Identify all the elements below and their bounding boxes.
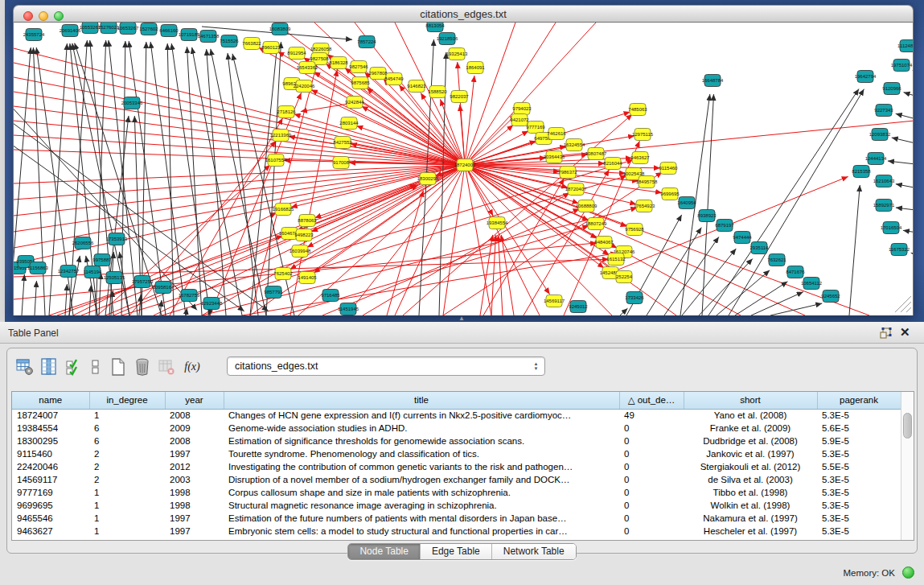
table-scrollbar[interactable] xyxy=(901,392,914,540)
column-header-year[interactable]: year xyxy=(165,392,224,409)
table-cell: 0 xyxy=(619,499,684,512)
table-row[interactable]: 977716911998Corpus callosum shape and si… xyxy=(12,486,901,499)
table-cell: 0 xyxy=(619,435,684,447)
graph-edge xyxy=(702,94,714,315)
network-view[interactable]: 1872400724355724206914061055326715276021… xyxy=(13,23,914,315)
table-cell: 1997 xyxy=(165,525,224,538)
graph-node-label: 9245012 xyxy=(569,304,588,309)
table-cell: 5.3E-5 xyxy=(817,499,901,512)
split-pane-handle[interactable]: ▲ xyxy=(455,315,468,322)
graph-edge xyxy=(620,308,627,315)
graph-node-label: 19642794 xyxy=(855,74,877,79)
window-resize-grip[interactable] xyxy=(895,296,911,312)
graph-node-label: 9146821 xyxy=(407,84,426,89)
table-cell: 2 xyxy=(89,460,165,473)
table-select-value: citations_edges.txt xyxy=(235,360,318,372)
graph-node-label: 9115460 xyxy=(659,166,679,171)
graph-node-label: 7485063 xyxy=(628,107,647,112)
table-cell: Estimation of the future numbers of pati… xyxy=(224,512,619,525)
table-settings-button[interactable] xyxy=(14,356,35,378)
table-cell: Tibbo et al. (1998) xyxy=(684,486,817,499)
select-all-button[interactable] xyxy=(63,356,84,378)
table-row[interactable]: 969969511998Structural magnetic resonanc… xyxy=(12,499,901,512)
node-table-grid: namein_degreeyeartitle△ out_de…shortpage… xyxy=(12,392,901,538)
graph-node-label: 7462616 xyxy=(547,131,566,136)
table-cell: Tourette syndrome. Phenomenology and cla… xyxy=(224,447,619,460)
graph-node-label: 1588520 xyxy=(428,89,447,94)
graph-edge xyxy=(33,47,45,315)
table-row[interactable]: 2242004622012Investigating the contribut… xyxy=(12,460,901,473)
function-builder-button[interactable]: f(x) xyxy=(182,356,203,378)
show-columns-button[interactable] xyxy=(39,356,60,378)
table-cell: Corpus callosum shape and size in male p… xyxy=(224,486,619,499)
graph-node-label: 16210643 xyxy=(873,179,895,183)
graph-node-label: 18807249 xyxy=(585,221,607,226)
table-cell: 5.3E-5 xyxy=(817,525,901,538)
graph-node-label: 16107554 xyxy=(265,158,287,163)
table-row[interactable]: 1938455462009Genome-wide association stu… xyxy=(12,422,901,435)
graph-edge xyxy=(729,89,864,315)
table-row[interactable]: 946554611997Estimation of the future num… xyxy=(12,512,901,525)
table-cell: 9463627 xyxy=(12,525,89,538)
graph-node-label: 17353913 xyxy=(106,237,128,241)
column-header-short[interactable]: short xyxy=(684,392,817,409)
close-panel-icon[interactable]: ✕ xyxy=(900,325,913,340)
table-select-dropdown[interactable]: citations_edges.txt ▲▼ xyxy=(227,356,545,376)
table-cell: 0 xyxy=(619,447,684,460)
table-row[interactable]: 1872400712008Changes of HCN gene express… xyxy=(12,409,901,422)
table-cell: 2 xyxy=(89,473,165,486)
table-cell: de Silva et al. (2003) xyxy=(684,473,817,486)
table-scrollbar-thumb[interactable] xyxy=(903,413,912,439)
table-row[interactable]: 1456911722003Disruption of a novel membe… xyxy=(12,473,901,486)
graph-node-label: 9857791 xyxy=(264,290,283,295)
table-row[interactable]: 1830029562008Estimation of significance … xyxy=(12,435,901,447)
table-cell: 5.6E-5 xyxy=(817,422,901,435)
graph-node-label: 9794023 xyxy=(512,106,532,111)
unselect-all-button[interactable] xyxy=(85,356,106,378)
table-cell: Franke et al. (2009) xyxy=(684,422,817,435)
table-row[interactable]: 946362711997Embryonic stem cells: a mode… xyxy=(12,525,901,538)
graph-edge xyxy=(458,62,465,165)
graph-edge xyxy=(186,308,187,315)
column-header-out-degree[interactable]: △ out_de… xyxy=(619,392,684,409)
graph-edge xyxy=(491,235,496,315)
graph-edge xyxy=(89,285,91,315)
import-table-button[interactable] xyxy=(156,356,177,378)
column-header-title[interactable]: title xyxy=(224,392,619,409)
tab-network-table[interactable]: Network Table xyxy=(492,544,576,559)
graph-edge xyxy=(14,137,244,311)
tab-node-table[interactable]: Node Table xyxy=(348,544,421,559)
graph-node-label: 8938923 xyxy=(697,213,717,218)
graph-node-label: 16648784 xyxy=(702,78,724,83)
column-header-in-degree[interactable]: in_degree xyxy=(89,392,165,409)
delete-table-button[interactable] xyxy=(132,356,153,378)
graph-edge xyxy=(896,184,913,189)
graph-node-label: 9498223 xyxy=(294,233,314,237)
graph-node-label: 7986372 xyxy=(558,170,577,175)
table-cell: 2008 xyxy=(165,409,224,422)
new-table-button[interactable] xyxy=(108,356,129,378)
network-canvas[interactable]: 1872400724355724206914061055326715276021… xyxy=(14,23,913,315)
table-cell: 0 xyxy=(619,486,684,499)
graph-node-label: 18724007 xyxy=(454,163,476,167)
table-cell: Investigating the contribution of common… xyxy=(224,460,619,473)
graph-node-label: 12093832 xyxy=(869,132,891,137)
graph-edge xyxy=(911,253,913,256)
column-header-name[interactable]: name xyxy=(12,392,89,409)
graph-node-label: 8471676 xyxy=(786,270,805,274)
float-panel-icon[interactable] xyxy=(879,327,892,340)
graph-node-label: 6466160 xyxy=(159,28,179,33)
graph-node-label: 2803144 xyxy=(339,121,359,126)
table-row[interactable]: 911546021997Tourette syndrome. Phenomeno… xyxy=(12,447,901,460)
table-cell: 1998 xyxy=(165,499,224,512)
graph-node-label: 8427552 xyxy=(333,140,352,145)
graph-node-label: 12923448 xyxy=(201,301,223,306)
column-header-pagerank[interactable]: pagerank xyxy=(817,392,901,409)
graph-node-label: 20691406 xyxy=(60,28,81,33)
table-toolbar: f(x) citations_edges.txt ▲▼ xyxy=(6,354,915,383)
tab-edge-table[interactable]: Edge Table xyxy=(421,544,492,559)
table-cell: 1998 xyxy=(165,486,224,499)
graph-node-label: 9463627 xyxy=(630,155,650,160)
graph-node-label: 9716485 xyxy=(321,293,340,298)
table-cell: 2012 xyxy=(165,460,224,473)
